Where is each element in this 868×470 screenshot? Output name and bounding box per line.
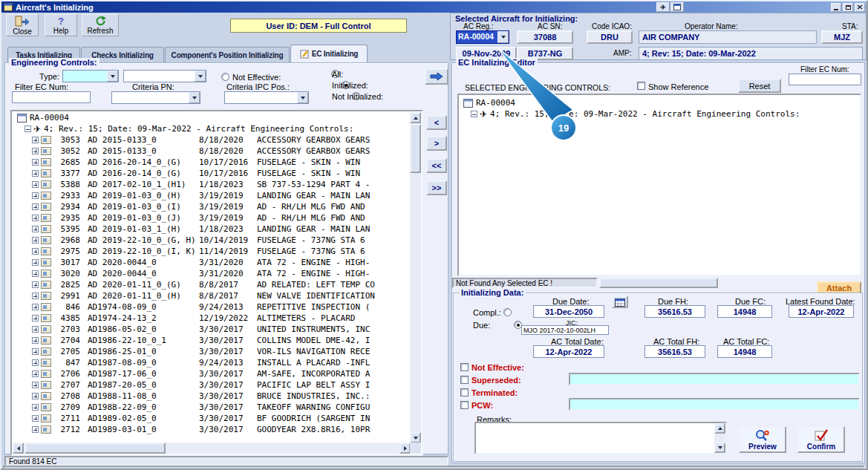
tree-scroll-right-button[interactable] [399, 443, 411, 454]
expand-icon[interactable] [32, 371, 39, 377]
expand-icon[interactable] [32, 304, 39, 310]
tree-scroll-down-button[interactable] [410, 432, 421, 443]
ec-tree-row[interactable]: 2712 AD1989-03-01_0 3/30/2017 GOODYEAR 2… [13, 424, 411, 435]
move-all-left-button[interactable]: << [426, 158, 447, 173]
ec-tree-row[interactable]: 2975 AD 2019-22-10_0_(I, K) 11/14/2019 F… [13, 246, 411, 257]
ac-reg-combobox[interactable]: RA-00004 [456, 30, 509, 44]
expand-icon[interactable] [32, 326, 39, 333]
ec-tree-row[interactable]: 2934 AD 2019-01-03_0_(I) 3/19/2019 AD - … [13, 201, 411, 212]
superseded-checkbox[interactable] [460, 376, 469, 384]
ac-reg-dropdown-button[interactable] [497, 31, 509, 43]
selected-tree-root-row[interactable]: RA-00004 [459, 97, 860, 108]
remarks-scroll-up-button[interactable] [714, 423, 725, 434]
pcw-checkbox[interactable] [460, 401, 469, 409]
ec-tree-row[interactable]: 2703 AD1986-05-02_0 3/30/2017 UNITED INS… [13, 324, 411, 335]
help-button[interactable]: ? Help [45, 14, 77, 36]
expand-icon[interactable] [32, 404, 39, 411]
expand-icon[interactable] [32, 382, 39, 388]
editor-filter-ec-input[interactable] [789, 74, 861, 85]
expand-icon[interactable] [32, 181, 39, 188]
collapse-icon[interactable] [471, 111, 477, 117]
close-window-button[interactable] [855, 3, 865, 12]
show-reference-checkbox[interactable] [637, 82, 645, 90]
expand-icon[interactable] [32, 415, 39, 422]
tree-branch-row[interactable]: ✈ 4; Rev.: 15; Date: 09-Mar-2022 - Aircr… [13, 123, 411, 134]
reset-button[interactable]: Reset [738, 79, 781, 93]
expand-icon[interactable] [32, 170, 39, 177]
tab-ec-initializing[interactable]: EC Initializing [290, 45, 368, 62]
move-right-button[interactable]: > [426, 136, 447, 151]
expand-icon[interactable] [32, 192, 39, 199]
ec-tree-row[interactable]: 2685 AD 2016-20-14_0_(G) 10/17/2016 FUSE… [13, 157, 411, 168]
expand-icon[interactable] [32, 137, 39, 143]
tab-components-position-initializing[interactable]: Component's Position Initializing [165, 47, 290, 62]
calendar-button[interactable] [612, 296, 628, 308]
aircraft-tool-icon[interactable]: ✈ [656, 2, 670, 12]
type-dropdown-button[interactable] [107, 71, 118, 82]
expand-icon[interactable] [32, 293, 39, 299]
ec-tree-row[interactable]: 2991 AD 2020-01-11_0_(H) 8/8/2017 NEW VA… [13, 290, 411, 301]
ec-tree-row[interactable]: 847 AD1987-08-09_0 9/24/2013 INSTALL A P… [13, 357, 411, 368]
minimize-button[interactable] [831, 3, 841, 12]
remarks-scrollbar[interactable] [714, 423, 725, 453]
criteria-ipc-combobox[interactable] [224, 91, 309, 104]
superseded-field[interactable] [569, 373, 860, 385]
filter-ec-num-input[interactable] [12, 91, 91, 103]
expand-icon[interactable] [32, 270, 39, 277]
expand-icon[interactable] [32, 359, 39, 366]
ec-tree-row[interactable]: 2968 AD 2019-22-10_0_(G, H) 10/14/2019 F… [13, 235, 411, 246]
due-date-field[interactable]: 31-Dec-2050 [533, 305, 604, 318]
close-button[interactable]: Close [6, 14, 39, 36]
remarks-scroll-down-button[interactable] [714, 443, 725, 453]
tree-root-row[interactable]: RA-00004 [13, 112, 411, 123]
pcw-field[interactable] [569, 398, 860, 411]
expand-icon[interactable] [32, 348, 39, 355]
due-fh-field[interactable]: 35616.53 [645, 305, 705, 318]
due-fc-field[interactable]: 14948 [717, 305, 772, 318]
expand-icon[interactable] [32, 215, 39, 221]
expand-icon[interactable] [32, 315, 39, 322]
tree-scroll-up-button[interactable] [410, 112, 421, 123]
ec-tree-row[interactable]: 2825 AD 2020-01-11_0_(G) 8/8/2017 AD REL… [13, 279, 411, 290]
not-effective-radio[interactable] [221, 73, 229, 81]
expand-icon[interactable] [32, 226, 39, 232]
type-value-dropdown-button[interactable] [195, 71, 206, 82]
expand-icon[interactable] [32, 203, 39, 210]
criteria-pn-combobox[interactable] [111, 91, 200, 104]
move-all-right-button[interactable]: >> [426, 180, 447, 195]
expand-icon[interactable] [32, 237, 39, 244]
not-effective-checkbox[interactable] [460, 363, 469, 371]
tree-hscroll-thumb[interactable] [25, 443, 166, 454]
terminated-checkbox[interactable] [460, 388, 469, 396]
expand-icon[interactable] [32, 393, 39, 399]
ec-tree-row[interactable]: 3020 AD 2020-0044_0 3/31/2020 ATA 72 - E… [13, 268, 411, 279]
expand-icon[interactable] [32, 337, 39, 344]
window-tool-icon[interactable] [670, 2, 684, 12]
ec-tree-row[interactable]: 2935 AD 2019-01-03_0_(J) 3/19/2019 AD - … [13, 212, 411, 223]
move-left-button[interactable]: < [426, 115, 447, 130]
remarks-textarea[interactable] [474, 422, 727, 454]
ec-tree-row[interactable]: 3017 AD 2020-0044_0 3/31/2020 ATA 72 - E… [13, 257, 411, 268]
expand-icon[interactable] [32, 281, 39, 288]
ec-tree-row[interactable]: 5388 AD 2017-02-10_1_(H1) 1/18/2023 SB 7… [13, 179, 411, 190]
ec-tree-row[interactable]: 2711 AD1989-02-05_0 3/30/2017 BF GOODRIC… [13, 413, 411, 424]
ec-tree-row[interactable]: 2706 AD1987-17-06_0 3/30/2017 AM-SAFE, I… [13, 368, 411, 379]
type-value-combobox[interactable] [123, 70, 206, 82]
criteria-pn-dropdown-button[interactable] [189, 92, 200, 103]
tree-scroll-left-button[interactable] [13, 443, 24, 454]
type-combobox[interactable] [62, 70, 119, 82]
confirm-button[interactable]: Confirm [797, 426, 845, 453]
collapse-icon[interactable] [25, 125, 31, 132]
ec-tree-row[interactable]: 3052 AD 2015-0133_0 8/18/2020 ACCESSORY … [13, 146, 411, 157]
tree-hscrollbar[interactable] [13, 443, 411, 454]
ec-tree-row[interactable]: 2933 AD 2019-01-03_0_(H) 3/19/2019 LANDI… [13, 190, 411, 201]
ec-tree-row[interactable]: 4385 AD1974-24-13_2 12/19/2022 ALTIMETER… [13, 313, 411, 324]
ec-tree-row[interactable]: 2709 AD1988-22-09_0 3/30/2017 TAKEOFF WA… [13, 402, 411, 413]
expand-icon[interactable] [32, 248, 39, 255]
ec-tree-row[interactable]: 3053 AD 2015-0133_0 8/18/2020 ACCESSORY … [13, 134, 411, 146]
expand-icon[interactable] [32, 159, 39, 166]
refresh-button[interactable]: Refresh [82, 14, 119, 36]
tree-vscrollbar[interactable] [410, 112, 421, 443]
expand-icon[interactable] [32, 259, 39, 266]
criteria-ipc-dropdown-button[interactable] [297, 92, 308, 103]
